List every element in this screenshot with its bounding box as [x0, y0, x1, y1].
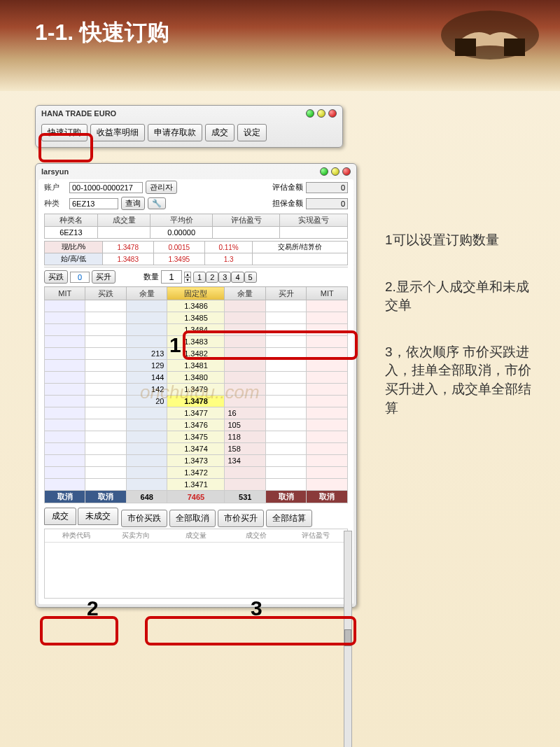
action-2[interactable]: 市价买升 — [218, 510, 264, 527]
kind-label: 种类 — [44, 198, 66, 209]
svg-rect-1 — [455, 39, 476, 56]
minimize-icon[interactable] — [306, 109, 314, 118]
qty-preset-3[interactable]: 3 — [218, 272, 231, 283]
ladder-row[interactable]: 1.3473134 — [45, 455, 348, 467]
qty-input[interactable] — [161, 270, 182, 284]
ladder-row[interactable]: 1.3486 — [45, 300, 348, 312]
price-ladder: MIT买跌余量固定型余量买升MIT 1.34861.34851.34841.34… — [44, 286, 348, 503]
action-0[interactable]: 市价买跌 — [121, 510, 167, 527]
win2-title: larsyun — [41, 167, 69, 176]
slide-header: 1-1. 快速订购 — [0, 0, 560, 91]
eval-value — [306, 182, 348, 193]
stat1-label: 现/比/% — [45, 242, 103, 253]
account-input[interactable] — [69, 182, 143, 193]
close-icon[interactable] — [328, 109, 337, 118]
margin-value — [306, 198, 348, 209]
maximize-icon[interactable] — [317, 109, 326, 118]
wrench-icon[interactable]: 🔧 — [148, 197, 166, 209]
ladder-row[interactable]: 1.3483 — [45, 336, 348, 348]
tab-1[interactable]: 未成交 — [78, 508, 118, 525]
qty-preset-2[interactable]: 2 — [206, 272, 218, 283]
scrollbar-thumb[interactable] — [344, 629, 351, 646]
ladder-row[interactable]: 1421.3479 — [45, 384, 348, 396]
toolbar-btn-1[interactable]: 收益率明细 — [90, 124, 145, 141]
action-3[interactable]: 全部结算 — [266, 510, 312, 527]
toolbar-btn-0[interactable]: 快速订购 — [41, 124, 88, 141]
toolbar-btn-3[interactable]: 成交 — [205, 124, 234, 141]
ladder-row[interactable]: 1.3471 — [45, 479, 348, 491]
ladder-row[interactable]: 1.347716 — [45, 407, 348, 419]
qty-down-icon[interactable]: ▼ — [184, 277, 191, 283]
tab-0[interactable]: 成交 — [44, 508, 76, 525]
margin-label: 担保金额 — [272, 198, 303, 209]
handshake-decoration — [420, 0, 560, 70]
qty-preset-5[interactable]: 5 — [244, 272, 257, 283]
ladder-row[interactable]: 1.3472 — [45, 467, 348, 479]
kind-input[interactable] — [69, 198, 118, 209]
eval-label: 评估金额 — [272, 182, 303, 193]
toolbar-btn-4[interactable]: 设定 — [237, 124, 267, 141]
ladder-row[interactable]: 1.3485 — [45, 312, 348, 324]
scrollbar[interactable] — [344, 531, 352, 747]
callout-1: 1 — [169, 333, 181, 357]
buyrise-button[interactable]: 买升 — [92, 270, 115, 284]
maximize-icon[interactable] — [331, 167, 340, 176]
account-label: 账户 — [44, 182, 66, 193]
note-3: 3，依次顺序 市价买跌进入，挂单全部取消，市价买升进入，成交单全部结算 — [385, 343, 539, 417]
stat2-label: 始/高/低 — [45, 253, 103, 265]
buyfall-button[interactable]: 买跌 — [44, 270, 68, 284]
close-icon[interactable] — [342, 167, 351, 176]
toolbar-btn-2[interactable]: 申请存取款 — [148, 124, 202, 141]
note-1: 1可以设置订购数量 — [385, 231, 539, 250]
query-button[interactable]: 查询 — [121, 197, 145, 210]
win1-title: HANA TRADE EURO — [41, 109, 116, 118]
ladder-row[interactable]: 1.3475118 — [45, 431, 348, 443]
note-2: 2.显示个人成交单和未成交单 — [385, 278, 539, 315]
ladder-row[interactable]: 201.3478 — [45, 396, 348, 407]
ladder-row[interactable]: 1.3474158 — [45, 443, 348, 455]
qty-label: 数量 — [144, 272, 159, 282]
ladder-row[interactable]: 1.3484 — [45, 324, 348, 336]
orders-list: 种类代码买卖方向成交量成交价评估盈亏 — [44, 529, 348, 599]
order-window: larsyun 账户 관리자 评估金额 种类 查询 — [35, 163, 357, 608]
ladder-row[interactable]: 1441.3480 — [45, 372, 348, 384]
buyfall-value[interactable] — [70, 272, 90, 283]
qty-preset-4[interactable]: 4 — [231, 272, 244, 283]
main-toolbar-window: HANA TRADE EURO 快速订购收益率明细申请存取款成交设定 — [35, 105, 343, 148]
ladder-row[interactable]: 1.3476105 — [45, 419, 348, 431]
minimize-icon[interactable] — [320, 167, 328, 176]
callout-2: 2 — [87, 596, 99, 620]
cancel-ask[interactable]: 取消 — [265, 491, 306, 503]
qty-preset-1[interactable]: 1 — [193, 272, 206, 283]
admin-button[interactable]: 관리자 — [146, 181, 177, 194]
cancel-ask2[interactable]: 取消 — [307, 491, 348, 503]
action-1[interactable]: 全部取消 — [169, 510, 216, 527]
callout-3: 3 — [251, 596, 262, 620]
qty-up-icon[interactable]: ▲ — [184, 272, 191, 277]
summary-table: 种类名成交量平均价评估盈亏实现盈亏 6EZ130.00000 — [44, 214, 348, 239]
cancel-bid2[interactable]: 取消 — [85, 491, 126, 503]
svg-rect-2 — [504, 39, 525, 56]
cancel-bid[interactable]: 取消 — [45, 491, 85, 503]
ladder-row[interactable]: 2131.3482 — [45, 348, 348, 360]
stats-table: 现/比/% 1.3478 0.0015 0.11% 交易所/结算价 始/高/低 … — [44, 241, 348, 265]
ladder-row[interactable]: 1291.3481 — [45, 360, 348, 372]
